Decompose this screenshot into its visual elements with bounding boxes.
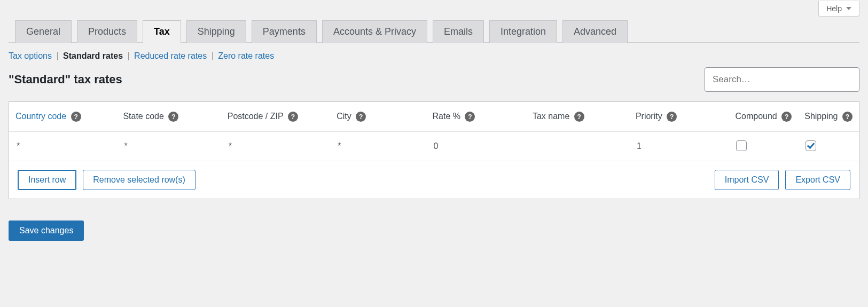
subnav-standard-rates[interactable]: Standard rates <box>63 51 123 60</box>
help-toggle[interactable]: Help <box>818 1 859 17</box>
separator: | <box>128 51 130 60</box>
postcode-input[interactable] <box>226 136 325 156</box>
help-icon[interactable]: ? <box>288 112 298 122</box>
col-compound: Compound ? <box>729 102 798 132</box>
tab-accounts-privacy[interactable]: Accounts & Privacy <box>322 20 427 43</box>
search-input[interactable] <box>705 67 859 92</box>
table-row[interactable] <box>9 132 859 161</box>
tab-tax[interactable]: Tax <box>143 20 181 43</box>
tab-products[interactable]: Products <box>77 20 137 43</box>
tab-general[interactable]: General <box>15 20 72 43</box>
subnav-reduced-rates[interactable]: Reduced rate rates <box>134 51 207 60</box>
col-country[interactable]: Country code ? <box>9 102 116 132</box>
settings-tabs: General Products Tax Shipping Payments A… <box>9 20 859 43</box>
insert-row-button[interactable]: Insert row <box>18 170 76 190</box>
separator: | <box>212 51 214 60</box>
col-shipping: Shipping ? <box>798 102 859 132</box>
col-rate: Rate % ? <box>426 102 526 132</box>
help-icon[interactable]: ? <box>465 112 475 122</box>
tab-payments[interactable]: Payments <box>252 20 317 43</box>
help-icon[interactable]: ? <box>574 112 584 122</box>
tab-advanced[interactable]: Advanced <box>562 20 628 43</box>
help-icon[interactable]: ? <box>667 112 677 122</box>
country-input[interactable] <box>14 136 111 156</box>
state-input[interactable] <box>122 136 215 156</box>
tab-shipping[interactable]: Shipping <box>186 20 246 43</box>
tab-emails[interactable]: Emails <box>433 20 484 43</box>
city-input[interactable] <box>335 136 420 156</box>
col-priority: Priority ? <box>629 102 729 132</box>
tab-integration[interactable]: Integration <box>489 20 557 43</box>
subnav-tax-options[interactable]: Tax options <box>9 51 52 60</box>
tax-name-input[interactable] <box>531 136 624 156</box>
col-postcode: Postcode / ZIP ? <box>221 102 331 132</box>
export-csv-button[interactable]: Export CSV <box>785 170 850 190</box>
chevron-down-icon <box>846 7 851 10</box>
help-icon[interactable]: ? <box>356 112 366 122</box>
compound-checkbox[interactable] <box>736 140 747 151</box>
page-title: "Standard" tax rates <box>9 73 122 86</box>
col-tax-name: Tax name ? <box>526 102 629 132</box>
separator: | <box>56 51 58 60</box>
save-button[interactable]: Save changes <box>9 221 84 241</box>
priority-input[interactable] <box>635 136 724 156</box>
help-icon[interactable]: ? <box>842 112 853 122</box>
col-state: State code ? <box>116 102 221 132</box>
rate-input[interactable] <box>432 136 521 156</box>
help-icon[interactable]: ? <box>781 112 792 122</box>
tax-rates-table: Country code ? State code ? Postcode / Z… <box>9 101 859 199</box>
tax-subnav: Tax options | Standard rates | Reduced r… <box>9 51 859 61</box>
shipping-checkbox[interactable] <box>806 140 816 151</box>
help-icon[interactable]: ? <box>168 112 178 122</box>
help-label: Help <box>826 4 842 13</box>
import-csv-button[interactable]: Import CSV <box>715 170 779 190</box>
col-city: City ? <box>330 102 426 132</box>
subnav-zero-rates[interactable]: Zero rate rates <box>218 51 274 60</box>
remove-rows-button[interactable]: Remove selected row(s) <box>83 170 196 190</box>
help-icon[interactable]: ? <box>71 112 81 122</box>
